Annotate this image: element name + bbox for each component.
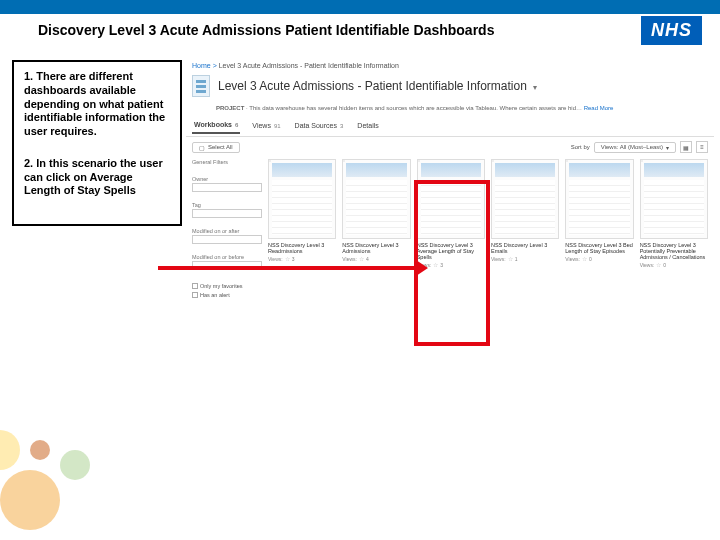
grid-view-icon[interactable]: ▦	[680, 141, 692, 153]
workbook-thumbnail[interactable]	[565, 159, 633, 239]
tab-views[interactable]: Views91	[250, 119, 282, 134]
workbook-card[interactable]: NSS Discovery Level 3 Potentially Preven…	[640, 159, 708, 298]
slide-topbar	[0, 0, 720, 14]
workbook-card[interactable]: NSS Discovery Level 3 Emails Views: ☆ 1	[491, 159, 559, 298]
sort-group: Sort by Views: All (Most–Least) ▾ ▦ ≡	[571, 141, 708, 153]
callout-step-2: 2. In this scenario the user can click o…	[24, 157, 170, 198]
slide-title: Discovery Level 3 Acute Admissions Patie…	[0, 14, 720, 44]
page-header: Level 3 Acute Admissions - Patient Ident…	[186, 71, 714, 103]
modified-after-label: Modified on or after	[192, 228, 262, 234]
chevron-down-icon: ▾	[666, 144, 669, 151]
star-icon: ☆	[656, 261, 661, 268]
workbook-meta: Views: ☆ 3	[268, 255, 336, 262]
project-description: PROJECT · This data warehouse has severa…	[186, 103, 714, 117]
list-view-icon[interactable]: ≡	[696, 141, 708, 153]
workbook-card[interactable]: NSS Discovery Level 3 Admissions Views: …	[342, 159, 410, 298]
workbook-thumbnail[interactable]	[491, 159, 559, 239]
workbook-card[interactable]: NSS Discovery Level 3 Bed Length of Stay…	[565, 159, 633, 298]
project-icon	[192, 75, 210, 97]
owner-input[interactable]	[192, 183, 262, 192]
workbook-name: NSS Discovery Level 3 Potentially Preven…	[640, 242, 708, 260]
star-icon: ☆	[359, 255, 364, 262]
workbook-name: NSS Discovery Level 3 Bed Length of Stay…	[565, 242, 633, 254]
breadcrumb: Home > Level 3 Acute Admissions - Patien…	[186, 60, 714, 71]
filter-row: ▢ Select All Sort by Views: All (Most–Le…	[186, 137, 714, 157]
workbook-meta: Views: ☆ 1	[491, 255, 559, 262]
page-title: Level 3 Acute Admissions - Patient Ident…	[218, 79, 527, 93]
modified-after-input[interactable]	[192, 235, 262, 244]
breadcrumb-home[interactable]: Home	[192, 62, 211, 69]
red-highlight-box	[414, 180, 490, 346]
workbook-card[interactable]: NSS Discovery Level 3 Readmissions Views…	[268, 159, 336, 298]
tag-input[interactable]	[192, 209, 262, 218]
workbook-meta: Views: ☆ 4	[342, 255, 410, 262]
has-alert-checkbox[interactable]: Has an alert	[192, 292, 262, 298]
workbook-name: NSS Discovery Level 3 Admissions	[342, 242, 410, 254]
star-icon: ☆	[582, 255, 587, 262]
tab-datasources[interactable]: Data Sources3	[293, 119, 346, 134]
modified-before-label: Modified on or before	[192, 254, 262, 260]
callout-step-1: 1. There are different dashboards availa…	[24, 70, 170, 139]
tab-workbooks[interactable]: Workbooks6	[192, 119, 240, 134]
decorative-bubbles	[0, 370, 170, 540]
filters-heading: General Filters	[192, 159, 262, 165]
star-icon: ☆	[508, 255, 513, 262]
workbook-thumbnail[interactable]	[268, 159, 336, 239]
tab-row: Workbooks6 Views91 Data Sources3 Details	[186, 117, 714, 137]
select-all-toggle[interactable]: ▢ Select All	[192, 142, 240, 153]
star-icon: ☆	[285, 255, 290, 262]
nhs-logo: NHS	[641, 16, 702, 45]
sort-dropdown[interactable]: Views: All (Most–Least) ▾	[594, 142, 676, 153]
workbook-thumbnail[interactable]	[342, 159, 410, 239]
instruction-callout: 1. There are different dashboards availa…	[12, 60, 182, 226]
workbook-meta: Views: ☆ 0	[640, 261, 708, 268]
tag-label: Tag	[192, 202, 262, 208]
workbook-name: NSS Discovery Level 3 Readmissions	[268, 242, 336, 254]
chevron-down-icon[interactable]: ▾	[533, 83, 537, 92]
workbook-name: NSS Discovery Level 3 Emails	[491, 242, 559, 254]
workbook-meta: Views: ☆ 0	[565, 255, 633, 262]
sort-label: Sort by	[571, 144, 590, 150]
filter-sidebar: General Filters Owner Tag Modified on or…	[192, 159, 262, 298]
read-more-link[interactable]: Read More	[584, 105, 614, 111]
owner-label: Owner	[192, 176, 262, 182]
red-arrow	[158, 266, 418, 270]
breadcrumb-current: Level 3 Acute Admissions - Patient Ident…	[219, 62, 399, 69]
tab-details[interactable]: Details	[355, 119, 380, 134]
only-favorites-checkbox[interactable]: Only my favorites	[192, 283, 262, 289]
workbook-thumbnail[interactable]	[640, 159, 708, 239]
